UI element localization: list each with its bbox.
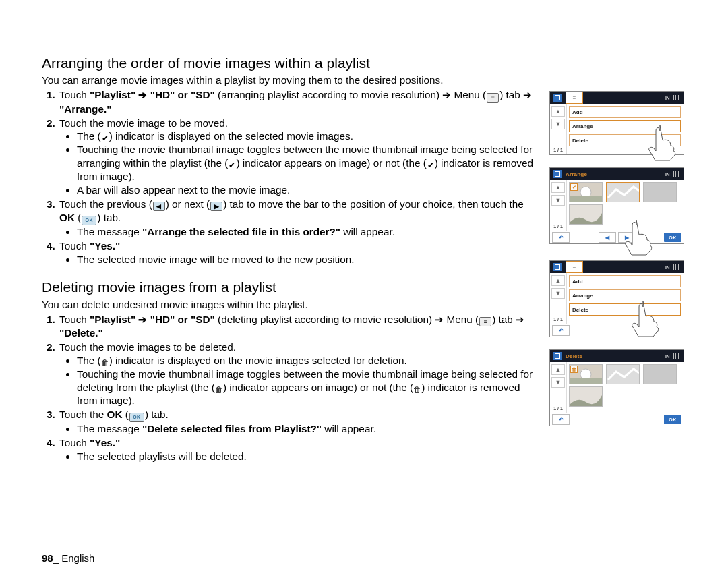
thumb-4[interactable] [569,204,603,225]
scroll-up-button[interactable]: ▲ [551,106,565,117]
scroll-down-button[interactable]: ▼ [551,288,565,299]
svg-point-7 [580,369,591,380]
in-badge: IN [665,265,669,270]
battery-icon [673,95,679,100]
menu-row-arrange[interactable]: Arrange [569,120,681,132]
back-button[interactable]: ↶ [552,232,570,243]
thumb-3[interactable] [643,182,677,202]
s2-step1: Touch "Playlist" ➔ "HD" or "SD" (deletin… [58,313,535,340]
thumb-1[interactable]: 🗑 [569,364,603,384]
scroll-up-button[interactable]: ▲ [551,275,565,286]
s2-step2: Touch the movie images to be deleted. Th… [58,341,535,407]
figure-delete-menu: ≡ IN ▲ ▼ 1 / 1 Add Arrange Delet [549,260,684,337]
playlist-icon [553,352,562,360]
page: Arranging the order of movie images with… [0,0,728,584]
trash-icon: 🗑 [570,366,578,373]
tab-icon[interactable]: ≡ [566,92,583,104]
s1-step2: Touch the movie image to be moved. The (… [58,117,535,197]
svg-rect-9 [607,365,639,384]
section2-heading: Deleting movie images from a playlist [42,278,535,296]
check-icon: ✔ [101,134,109,142]
section1-intro: You can arrange movie images within a pl… [42,74,535,87]
section2-steps: Touch "Playlist" ➔ "HD" or "SD" (deletin… [42,313,535,463]
menu-row-add[interactable]: Add [569,275,681,287]
ok-button[interactable]: OK [664,415,681,424]
s2-s3-b1: The message "Delete selected files from … [77,422,535,436]
thumb-2[interactable] [606,182,640,202]
section2: Deleting movie images from a playlist Yo… [42,278,535,463]
section2-intro: You can delete undesired movie images wi… [42,298,535,312]
s1-s3-b1: The message "Arrange the selected file i… [77,225,535,239]
s2-step3: Touch the OK (OK) tab. The message "Dele… [58,408,535,435]
scroll-up-button[interactable]: ▲ [551,182,565,193]
s1-step3: Touch the previous (◀) or next (▶) tab t… [58,198,535,239]
thumb-4[interactable] [569,386,603,407]
pager-label: 1 / 1 [553,224,563,231]
pager-label: 1 / 1 [553,317,563,324]
s1-b2: Touching the movie thumbnail image toggl… [77,143,535,183]
s1-step2-bullets: The (✔) indicator is displayed on the se… [59,129,535,196]
figure-column: ≡ IN ▲ ▼ 1 / 1 Add Arrange Delet [549,54,691,463]
menu-row-delete[interactable]: Delete [569,303,681,316]
next-button[interactable]: ▶ [618,232,636,243]
menu-icon: ≡ [479,317,491,326]
back-button[interactable]: ↶ [552,414,570,425]
s1-b1: The (✔) indicator is displayed on the se… [77,129,535,143]
menu-row-arrange[interactable]: Arrange [569,289,681,301]
scroll-up-button[interactable]: ▲ [551,364,565,375]
playlist-icon [553,94,562,102]
svg-rect-3 [607,183,639,202]
ok-icon: OK [82,216,96,225]
figure-delete-thumbs: Delete IN ▲ ▼ 1 / 1 🗑 [549,349,684,426]
figure-arrange-menu: ≡ IN ▲ ▼ 1 / 1 Add Arrange Delet [549,91,684,155]
battery-icon [673,171,679,177]
tab-icon[interactable]: ≡ [566,261,583,273]
check-icon: ✔ [228,161,236,169]
s1-step4-bullets: The selected movie image will be moved t… [59,253,535,266]
playlist-icon [553,263,562,271]
pager-label: 1 / 1 [553,148,563,154]
svg-rect-2 [570,196,602,202]
section1-heading: Arranging the order of movie images with… [42,54,535,72]
trash-icon: 🗑 [413,386,421,394]
prev-button[interactable]: ◀ [599,232,616,243]
scroll-down-button[interactable]: ▼ [551,195,565,206]
s2-step4: Touch "Yes." The selected playlists will… [58,436,535,463]
back-button[interactable]: ↶ [552,325,570,336]
prev-icon: ◀ [153,202,165,211]
next-icon: ▶ [210,202,222,211]
s2-step2-bullets: The (🗑) indicator is displayed on the mo… [59,354,535,408]
thumb-1[interactable]: ✔ [569,182,603,202]
content-columns: Arranging the order of movie images with… [42,54,691,463]
in-badge: IN [665,354,669,359]
s2-s4-b1: The selected playlists will be deleted. [77,450,535,463]
thumb-3[interactable] [643,364,677,384]
figure-topbar: ≡ IN [550,92,684,104]
menu-row-delete[interactable]: Delete [569,134,681,146]
text-column: Arranging the order of movie images with… [42,54,535,463]
ok-button[interactable]: OK [664,233,681,242]
battery-icon [673,264,679,270]
s1-step4: Touch "Yes." The selected movie image wi… [58,239,535,266]
check-icon: ✔ [427,161,435,169]
s1-s4-b1: The selected movie image will be moved t… [77,253,535,266]
s2-step4-bullets: The selected playlists will be deleted. [59,450,535,463]
svg-rect-10 [644,365,676,384]
section1-steps: Touch "Playlist" ➔ "HD" or "SD" (arrangi… [42,88,535,266]
page-footer: 98_ English [42,552,94,564]
scroll-down-button[interactable]: ▼ [551,377,565,388]
battery-icon [673,353,679,359]
thumb-2[interactable] [606,364,640,384]
s1-b3: A bar will also appear next to the movie… [77,183,535,197]
s1-step3-bullets: The message "Arrange the selected file i… [59,225,535,239]
scroll-down-button[interactable]: ▼ [551,119,565,129]
in-badge: IN [665,172,669,177]
menu-icon: ≡ [487,93,499,103]
figure-arrange-thumbs: Arrange IN ▲ ▼ 1 / 1 ✔ [549,167,684,244]
trash-icon: 🗑 [215,386,223,394]
s2-b2: Touching the movie thumbnail image toggl… [77,368,535,408]
pager-label: 1 / 1 [553,406,563,413]
check-icon: ✔ [570,183,578,191]
menu-row-add[interactable]: Add [569,106,681,118]
trash-icon: 🗑 [101,359,109,367]
